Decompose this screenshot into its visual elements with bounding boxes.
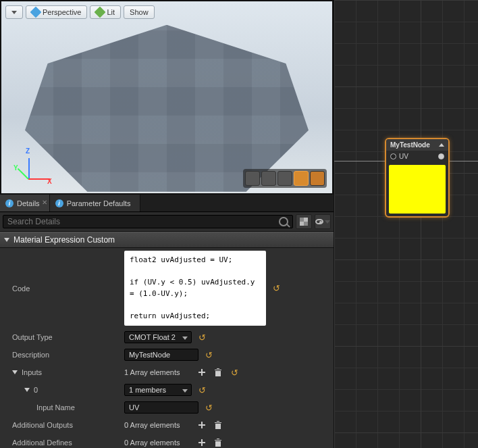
output-type-label: Output Type bbox=[12, 333, 120, 341]
node-title: MyTestNode bbox=[390, 141, 430, 149]
add-input-button[interactable] bbox=[197, 368, 207, 377]
reset-code-button[interactable]: ↺ bbox=[270, 283, 283, 293]
graph-grid bbox=[334, 0, 478, 448]
input-pin[interactable] bbox=[390, 153, 396, 159]
expand-icon[interactable] bbox=[24, 388, 30, 392]
show-button[interactable]: Show bbox=[124, 5, 155, 19]
property-matrix-button[interactable] bbox=[296, 214, 312, 229]
viewport-options-button[interactable] bbox=[5, 5, 23, 19]
cube-icon bbox=[95, 7, 106, 18]
material-preview-viewport[interactable]: Perspective Lit Show Z X Y bbox=[0, 0, 334, 195]
add-define-button[interactable] bbox=[197, 438, 207, 447]
close-icon[interactable]: ✕ bbox=[42, 199, 47, 206]
tab-details-label: Details bbox=[17, 199, 40, 207]
clear-defines-button[interactable] bbox=[213, 438, 223, 447]
node-wire-left bbox=[334, 161, 388, 161]
node-preview bbox=[389, 165, 446, 214]
collapse-icon[interactable] bbox=[439, 143, 444, 147]
input-0-label: 0 bbox=[34, 386, 38, 394]
reset-output-type-button[interactable]: ↺ bbox=[196, 332, 209, 343]
section-material-expression-custom[interactable]: Material Expression Custom bbox=[0, 232, 334, 248]
axis-z-label: Z bbox=[26, 147, 30, 155]
description-field[interactable] bbox=[124, 349, 198, 361]
search-details-box[interactable] bbox=[3, 215, 293, 228]
eye-icon bbox=[315, 219, 323, 224]
tab-parameter-defaults[interactable]: i Parameter Defaults bbox=[50, 195, 141, 211]
additional-defines-label: Additional Defines bbox=[12, 439, 120, 447]
section-title: Material Expression Custom bbox=[14, 235, 115, 245]
info-icon: i bbox=[5, 199, 14, 207]
reset-input-0-button[interactable]: ↺ bbox=[196, 385, 209, 395]
code-field[interactable]: float2 uvAdjusted = UV; if (UV.y < 0.5) … bbox=[124, 251, 266, 326]
tab-details[interactable]: i Details ✕ bbox=[0, 195, 50, 211]
shape-sphere-button[interactable] bbox=[261, 171, 276, 186]
additional-defines-count: 0 Array elements bbox=[124, 439, 192, 447]
axis-x-label: X bbox=[47, 178, 52, 185]
search-input[interactable] bbox=[7, 217, 276, 226]
add-output-button[interactable] bbox=[197, 420, 207, 430]
details-panel[interactable]: Material Expression Custom Code float2 u… bbox=[0, 232, 334, 448]
show-label: Show bbox=[130, 8, 149, 16]
code-label: Code bbox=[12, 284, 120, 293]
reset-inputs-button[interactable]: ↺ bbox=[228, 368, 241, 378]
node-wire-right bbox=[447, 161, 478, 161]
perspective-label: Perspective bbox=[43, 8, 81, 16]
perspective-button[interactable]: Perspective bbox=[26, 5, 87, 19]
reset-input-name-button[interactable]: ↺ bbox=[203, 403, 215, 413]
inputs-label: Inputs bbox=[22, 368, 42, 376]
search-icon bbox=[279, 217, 288, 226]
expand-icon bbox=[4, 238, 9, 242]
input-0-members[interactable]: 1 members bbox=[124, 384, 192, 396]
custom-node[interactable]: MyTestNode UV bbox=[385, 138, 450, 218]
expand-icon[interactable] bbox=[12, 370, 18, 374]
info-icon: i bbox=[55, 199, 63, 207]
chevron-down-icon bbox=[11, 11, 17, 14]
output-pin[interactable] bbox=[438, 153, 444, 159]
chevron-down-icon bbox=[325, 220, 330, 224]
cube-icon bbox=[30, 7, 42, 18]
shape-plane-button[interactable] bbox=[277, 171, 292, 186]
grid-icon bbox=[300, 218, 308, 226]
details-tab-bar: i Details ✕ i Parameter Defaults bbox=[0, 195, 334, 212]
shape-custom-button[interactable] bbox=[310, 171, 325, 186]
axis-gizmo: Z X Y bbox=[14, 150, 47, 184]
node-input-label: UV bbox=[399, 153, 408, 160]
reset-description-button[interactable]: ↺ bbox=[203, 350, 215, 360]
tab-parameter-defaults-label: Parameter Defaults bbox=[67, 199, 131, 207]
shape-cube-button[interactable] bbox=[294, 171, 309, 186]
input-name-label: Input Name bbox=[12, 403, 120, 412]
visibility-filter-button[interactable] bbox=[315, 214, 331, 229]
preview-shape-bar bbox=[243, 169, 327, 188]
clear-inputs-button[interactable] bbox=[213, 368, 223, 377]
axis-y-label: Y bbox=[14, 164, 18, 172]
output-type-select[interactable]: CMOT Float 2 bbox=[124, 331, 192, 343]
description-label: Description bbox=[12, 351, 120, 359]
clear-outputs-button[interactable] bbox=[213, 420, 223, 430]
inputs-count: 1 Array elements bbox=[124, 368, 192, 376]
additional-outputs-label: Additional Outputs bbox=[12, 421, 120, 429]
lit-label: Lit bbox=[107, 8, 115, 16]
material-graph[interactable]: MyTestNode UV bbox=[334, 0, 478, 448]
input-name-field[interactable] bbox=[124, 401, 198, 414]
additional-outputs-count: 0 Array elements bbox=[124, 421, 192, 429]
shape-cylinder-button[interactable] bbox=[245, 171, 260, 186]
lit-button[interactable]: Lit bbox=[90, 5, 121, 19]
